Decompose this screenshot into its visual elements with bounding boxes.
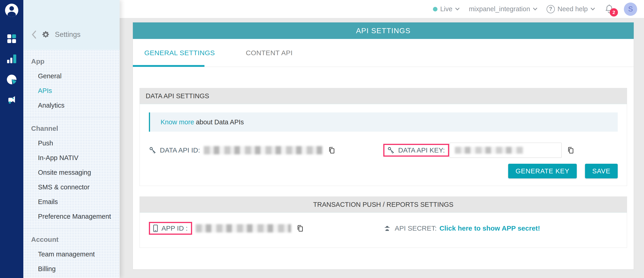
sidebar-section-account: Account	[23, 232, 120, 247]
show-app-secret-link[interactable]: Click here to show APP secret!	[439, 224, 540, 232]
data-api-id-masked-value	[204, 146, 323, 154]
data-api-key-input[interactable]	[450, 143, 562, 158]
transaction-section-title: TRANSACTION PUSH / REPORTS SETTINGS	[140, 197, 627, 213]
sidebar-item-analytics[interactable]: Analytics	[23, 98, 120, 113]
data-api-key-label: DATA API KEY:	[398, 146, 445, 154]
chevron-down-icon	[533, 8, 538, 11]
gear-icon	[42, 31, 50, 39]
sidebar-section-channel: Channel	[23, 121, 120, 136]
sidebar-item-push[interactable]: Push	[23, 136, 120, 150]
tab-general-settings[interactable]: GENERAL SETTINGS	[144, 49, 215, 57]
tab-bar: GENERAL SETTINGS CONTENT API	[133, 39, 634, 67]
know-more-banner: Know more about Data APIs	[149, 112, 618, 132]
sidebar-item-onsite-messaging[interactable]: Onsite messaging	[23, 165, 120, 180]
app-id-masked-value	[196, 224, 291, 232]
save-button[interactable]: SAVE	[585, 164, 618, 178]
copy-icon[interactable]	[296, 224, 304, 232]
sidebar-item-inapp-nativ[interactable]: In-App NATIV	[23, 150, 120, 165]
top-bar: Live mixpanel_integration ? Need help 2 …	[120, 0, 644, 18]
grid-square	[7, 34, 11, 38]
api-secret-field: API SECRET: Click here to show APP secre…	[383, 224, 618, 232]
grid-square	[12, 39, 16, 43]
sidebar-divider	[23, 228, 120, 228]
data-api-settings-section: DATA API SETTINGS Know more about Data A…	[140, 88, 627, 186]
back-chevron-icon[interactable]	[31, 30, 36, 39]
sidebar-title: Settings	[55, 31, 80, 39]
dashboard-grid-icon[interactable]	[7, 34, 16, 43]
settings-sidebar: Settings App General APIs Analytics Chan…	[23, 0, 120, 278]
sidebar-item-team-management[interactable]: Team management	[23, 247, 120, 261]
need-help-dropdown[interactable]: ? Need help	[546, 5, 595, 13]
copy-icon[interactable]	[567, 146, 574, 154]
app-id-highlight-box: APP ID :	[149, 222, 192, 235]
data-api-id-label: DATA API ID:	[160, 146, 200, 154]
data-api-key-field: DATA API KEY:	[383, 143, 618, 158]
user-avatar[interactable]: S	[624, 3, 637, 16]
api-settings-card: API SETTINGS GENERAL SETTINGS CONTENT AP…	[133, 22, 634, 269]
tab-content-api[interactable]: CONTENT API	[246, 49, 293, 57]
sidebar-section-app: App	[23, 54, 120, 69]
pie-chart-icon[interactable]	[7, 75, 16, 84]
notification-count-badge: 2	[610, 8, 618, 17]
project-name: mixpanel_integration	[469, 5, 530, 13]
live-status-dot	[433, 7, 438, 12]
generate-key-button[interactable]: GENERATE KEY	[508, 164, 576, 178]
sidebar-menu: App General APIs Analytics Channel Push …	[23, 50, 120, 278]
megaphone-icon[interactable]	[7, 96, 16, 104]
grid-square	[7, 39, 11, 43]
sidebar-item-general[interactable]: General	[23, 69, 120, 83]
know-more-text: about Data APIs	[194, 118, 244, 126]
grid-square-teal	[12, 34, 16, 38]
data-api-key-highlight-box: DATA API KEY:	[383, 144, 449, 157]
need-help-label: Need help	[558, 5, 588, 13]
left-rail	[0, 0, 23, 278]
sidebar-item-apis[interactable]: APIs	[23, 83, 120, 98]
data-api-key-masked-value	[455, 147, 524, 154]
logo-shoulders-shape	[8, 12, 16, 17]
know-more-link[interactable]: Know more	[160, 118, 194, 126]
copy-icon[interactable]	[328, 146, 336, 154]
mobile-phone-icon	[153, 224, 158, 232]
environment-dropdown[interactable]: Live	[433, 5, 460, 13]
app-id-label: APP ID :	[162, 224, 188, 232]
spy-incognito-icon	[383, 224, 391, 232]
brand-logo[interactable]	[5, 4, 18, 17]
help-question-icon: ?	[546, 5, 555, 13]
page-title: API SETTINGS	[133, 23, 634, 39]
project-dropdown[interactable]: mixpanel_integration	[469, 5, 538, 13]
api-secret-label: API SECRET:	[395, 224, 436, 232]
transaction-settings-section: TRANSACTION PUSH / REPORTS SETTINGS APP …	[140, 196, 627, 248]
data-api-id-field: DATA API ID:	[149, 146, 383, 154]
sidebar-item-billing[interactable]: Billing	[23, 261, 120, 276]
active-tab-underline	[133, 65, 204, 67]
chevron-down-icon	[455, 8, 460, 11]
app-id-field: APP ID :	[149, 222, 383, 235]
sidebar-item-preference-management[interactable]: Preference Management	[23, 209, 120, 224]
sidebar-header: Settings	[23, 0, 120, 50]
sidebar-item-emails[interactable]: Emails	[23, 194, 120, 209]
chevron-down-icon	[590, 8, 595, 11]
live-label: Live	[440, 5, 452, 13]
notifications-bell[interactable]: 2	[604, 3, 615, 15]
key-icon	[149, 146, 157, 154]
data-api-section-title: DATA API SETTINGS	[140, 88, 627, 104]
logo-head-shape	[10, 6, 14, 11]
sidebar-item-sms-connector[interactable]: SMS & connector	[23, 180, 120, 194]
bar-chart-icon[interactable]	[7, 55, 16, 63]
key-icon	[387, 146, 395, 154]
